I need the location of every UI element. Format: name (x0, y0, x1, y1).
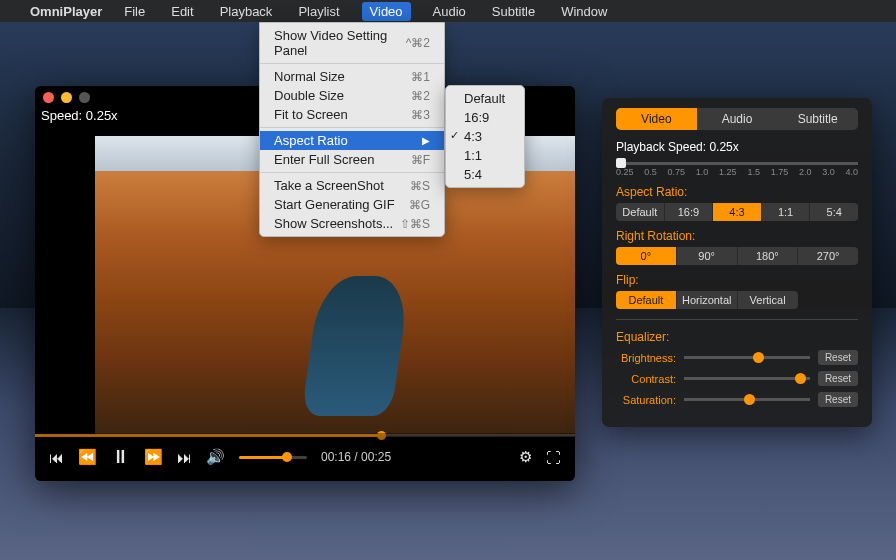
check-icon: ✓ (450, 129, 459, 142)
aspect-opt-5-4[interactable]: 5:4 (810, 203, 858, 221)
menu-fit-screen[interactable]: Fit to Screen⌘3 (260, 105, 444, 124)
chevron-right-icon: ▶ (422, 135, 430, 146)
saturation-reset[interactable]: Reset (818, 392, 858, 407)
close-icon[interactable] (43, 92, 54, 103)
rot-270[interactable]: 270° (798, 247, 858, 265)
menu-gif[interactable]: Start Generating GIF⌘G (260, 195, 444, 214)
speed-ticks: 0.250.50.751.01.251.51.752.03.04.0 (616, 167, 858, 177)
menu-aspect-ratio[interactable]: Aspect Ratio▶ (260, 131, 444, 150)
menubar: OmniPlayer File Edit Playback Playlist V… (0, 0, 896, 22)
aspect-segment: Default 16:9 4:3 1:1 5:4 (616, 203, 858, 221)
brightness-label: Brightness: (616, 352, 676, 364)
aspect-5-4[interactable]: 5:4 (446, 165, 524, 184)
volume-icon[interactable]: 🔊 (206, 448, 225, 466)
aspect-submenu: Default 16:9 ✓4:3 1:1 5:4 (445, 85, 525, 188)
menu-show-screenshots[interactable]: Show Screenshots...⇧⌘S (260, 214, 444, 233)
aspect-opt-1-1[interactable]: 1:1 (762, 203, 811, 221)
saturation-slider[interactable] (684, 398, 810, 401)
volume-slider[interactable] (239, 456, 307, 459)
aspect-1-1[interactable]: 1:1 (446, 146, 524, 165)
aspect-opt-default[interactable]: Default (616, 203, 665, 221)
app-name[interactable]: OmniPlayer (30, 4, 102, 19)
rot-0[interactable]: 0° (616, 247, 677, 265)
brightness-reset[interactable]: Reset (818, 350, 858, 365)
brightness-slider[interactable] (684, 356, 810, 359)
aspect-16-9[interactable]: 16:9 (446, 108, 524, 127)
flip-horizontal[interactable]: Horizontal (677, 291, 738, 309)
aspect-opt-4-3[interactable]: 4:3 (713, 203, 762, 221)
flip-vertical[interactable]: Vertical (738, 291, 798, 309)
aspect-label: Aspect Ratio: (616, 185, 858, 199)
player-controls: ⏮ ⏪ ⏸ ⏩ ⏭ 🔊 00:16 / 00:25 ⚙ ⛶ (35, 433, 575, 481)
minimize-icon[interactable] (61, 92, 72, 103)
gear-icon[interactable]: ⚙ (519, 448, 532, 466)
speed-label: Playback Speed: 0.25x (616, 140, 858, 154)
menu-video[interactable]: Video (362, 2, 411, 21)
aspect-default[interactable]: Default (446, 89, 524, 108)
menu-double-size[interactable]: Double Size⌘2 (260, 86, 444, 105)
aspect-opt-16-9[interactable]: 16:9 (665, 203, 714, 221)
contrast-slider[interactable] (684, 377, 810, 380)
menu-audio[interactable]: Audio (429, 2, 470, 21)
forward-icon[interactable]: ⏩ (144, 448, 163, 466)
speed-slider[interactable] (616, 162, 858, 165)
pause-icon[interactable]: ⏸ (111, 446, 130, 468)
prev-icon[interactable]: ⏮ (49, 449, 64, 466)
next-icon[interactable]: ⏭ (177, 449, 192, 466)
panel-tabs: Video Audio Subtitle (616, 108, 858, 130)
menu-screenshot[interactable]: Take a ScreenShot⌘S (260, 176, 444, 195)
flip-default[interactable]: Default (616, 291, 677, 309)
rewind-icon[interactable]: ⏪ (78, 448, 97, 466)
aspect-4-3[interactable]: ✓4:3 (446, 127, 524, 146)
menu-playback[interactable]: Playback (216, 2, 277, 21)
menu-show-panel[interactable]: Show Video Setting Panel^⌘2 (260, 26, 444, 60)
rot-90[interactable]: 90° (677, 247, 738, 265)
menu-normal-size[interactable]: Normal Size⌘1 (260, 67, 444, 86)
menu-fullscreen[interactable]: Enter Full Screen⌘F (260, 150, 444, 169)
menu-playlist[interactable]: Playlist (294, 2, 343, 21)
rotation-label: Right Rotation: (616, 229, 858, 243)
menu-window[interactable]: Window (557, 2, 611, 21)
equalizer-label: Equalizer: (616, 330, 858, 344)
flip-segment: Default Horizontal Vertical (616, 291, 798, 309)
video-dropdown: Show Video Setting Panel^⌘2 Normal Size⌘… (259, 22, 445, 237)
contrast-reset[interactable]: Reset (818, 371, 858, 386)
tab-subtitle[interactable]: Subtitle (777, 108, 858, 130)
maximize-icon[interactable] (79, 92, 90, 103)
tab-audio[interactable]: Audio (697, 108, 778, 130)
time-display: 00:16 / 00:25 (321, 450, 391, 464)
fullscreen-icon[interactable]: ⛶ (546, 449, 561, 466)
saturation-label: Saturation: (616, 394, 676, 406)
speed-badge: Speed: 0.25x (41, 108, 118, 123)
rot-180[interactable]: 180° (738, 247, 799, 265)
tab-video[interactable]: Video (616, 108, 697, 130)
menu-edit[interactable]: Edit (167, 2, 197, 21)
flip-label: Flip: (616, 273, 858, 287)
traffic-lights (43, 92, 90, 103)
video-settings-panel: Video Audio Subtitle Playback Speed: 0.2… (602, 98, 872, 427)
rotation-segment: 0° 90° 180° 270° (616, 247, 858, 265)
contrast-label: Contrast: (616, 373, 676, 385)
menu-file[interactable]: File (120, 2, 149, 21)
menu-subtitle[interactable]: Subtitle (488, 2, 539, 21)
